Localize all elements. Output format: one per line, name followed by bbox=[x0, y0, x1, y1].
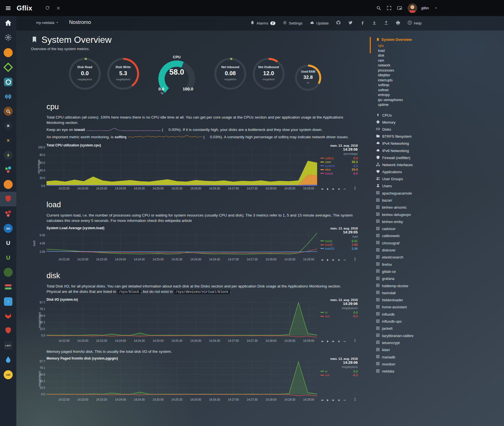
zoom-in-icon[interactable] bbox=[337, 398, 341, 403]
chart-system-cpu[interactable]: Total CPU utilization (system.cpu)percen… bbox=[31, 144, 361, 193]
search-icon[interactable] bbox=[376, 6, 381, 10]
pan-forward-icon[interactable] bbox=[332, 258, 335, 263]
username[interactable]: gilbn bbox=[421, 6, 429, 10]
menu-item-softnet[interactable]: softnet bbox=[376, 88, 504, 93]
menu-app-heimdall[interactable]: heimdall bbox=[376, 289, 504, 296]
legend-entry-iowait[interactable]: iowait0.0 bbox=[320, 171, 358, 175]
sidebar-item-app-jackett[interactable] bbox=[0, 104, 16, 119]
menu-item-ram[interactable]: ram bbox=[376, 58, 504, 63]
chart-canvas[interactable] bbox=[47, 230, 317, 257]
softirq-sparkline[interactable] bbox=[128, 135, 202, 140]
alarms-button[interactable]: Alarms2 bbox=[250, 21, 275, 26]
menu-section-ipv4-networking[interactable]: IPv4 Networking bbox=[376, 140, 504, 147]
menu-section-applications[interactable]: Applications bbox=[376, 168, 504, 175]
github-button[interactable] bbox=[336, 20, 341, 26]
close-icon[interactable] bbox=[56, 6, 60, 10]
refresh-icon[interactable] bbox=[45, 6, 50, 10]
menu-item-interrupts[interactable]: interrupts bbox=[376, 78, 504, 83]
iowait-sparkline[interactable] bbox=[86, 127, 161, 133]
menu-item-softirqs[interactable]: softirqs bbox=[376, 83, 504, 88]
pan-backward-icon[interactable] bbox=[320, 339, 324, 344]
menu-app-lidarr[interactable]: lidarr bbox=[376, 346, 504, 353]
menu-app-cadvisor[interactable]: cadvisor bbox=[376, 225, 504, 232]
zoom-in-icon[interactable] bbox=[337, 187, 341, 192]
menu-item-idlejitter[interactable]: idlejitter bbox=[376, 73, 504, 78]
gauge-net-outbound[interactable]: Net Outbound12.0megabits/s bbox=[253, 58, 285, 90]
help-button[interactable]: ?Help bbox=[408, 21, 422, 26]
menu-app-elasticsearch[interactable]: elasticsearch bbox=[376, 254, 504, 261]
menu-app-netdata[interactable]: netdata bbox=[376, 368, 504, 375]
menu-section-ipv6-networking[interactable]: IPv6 Networking bbox=[376, 147, 504, 154]
chart-system-load[interactable]: System Load Average (system.load)load6.0… bbox=[31, 227, 361, 264]
menu-app-grafana[interactable]: grafana bbox=[376, 275, 504, 282]
menu-app-chronograf[interactable]: chronograf bbox=[376, 240, 504, 247]
update-button[interactable]: Update bbox=[310, 21, 329, 26]
menu-item-uptime[interactable]: uptime bbox=[376, 102, 504, 108]
sidebar-item-app-orange-disc[interactable] bbox=[0, 177, 16, 192]
sidebar-item-app-deluge[interactable] bbox=[0, 265, 16, 280]
pan-forward-icon[interactable] bbox=[332, 339, 335, 344]
chart-canvas[interactable] bbox=[47, 302, 317, 338]
legend-entry-nice[interactable]: nice20.4 bbox=[320, 168, 358, 171]
menu-header-system-overview[interactable]: System Overview bbox=[376, 37, 504, 42]
gauge-net-inbound[interactable]: Net Inbound0.08megabits/s bbox=[214, 58, 246, 90]
chart-canvas[interactable] bbox=[47, 360, 317, 397]
sidebar-item-app-red-green-bars[interactable] bbox=[0, 280, 16, 294]
sidebar-item-app-teal-box[interactable] bbox=[0, 75, 16, 89]
pan-backward-icon[interactable] bbox=[320, 398, 324, 403]
play-icon[interactable] bbox=[326, 398, 329, 403]
legend-entry-in[interactable]: in0.0 bbox=[320, 311, 358, 315]
window-icon[interactable] bbox=[397, 6, 402, 10]
menu-item-load[interactable]: load bbox=[376, 48, 504, 53]
sidebar-item-app-u-white[interactable]: U bbox=[0, 236, 16, 250]
sidebar-item-app-orange-swirl[interactable] bbox=[0, 45, 16, 60]
sidebar-item-app-red-dots[interactable] bbox=[0, 206, 16, 221]
menu-app-diskover[interactable]: diskover bbox=[376, 247, 504, 254]
pan-backward-icon[interactable] bbox=[320, 187, 324, 192]
menu-item-ipc-semaphores[interactable]: ipc semaphores bbox=[376, 98, 504, 103]
print-button[interactable] bbox=[396, 21, 400, 26]
menu-item-processes[interactable]: processes bbox=[376, 68, 504, 73]
pan-backward-icon[interactable] bbox=[320, 258, 324, 263]
menu-app-home-assistant[interactable]: home-assistant bbox=[376, 304, 504, 311]
zoom-out-icon[interactable] bbox=[343, 398, 346, 403]
chart-system-pgpgio[interactable]: Memory Paged from/to disk (system.pgpgio… bbox=[31, 357, 361, 404]
legend-entry-load15[interactable]: load152.06 bbox=[320, 247, 358, 251]
sidebar-item-app-dark-x-orange[interactable]: × bbox=[0, 133, 16, 148]
sidebar-item-app-dark-x[interactable]: × bbox=[0, 119, 16, 133]
legend-entry-load5[interactable]: load52.68 bbox=[320, 243, 358, 247]
chart-system-io[interactable]: Disk I/O (system.io)megabytes/s97.778.15… bbox=[31, 298, 361, 345]
host-dropdown[interactable]: my-netdata bbox=[36, 21, 59, 25]
resize-handle-icon[interactable] bbox=[353, 186, 357, 191]
legend-entry-out[interactable]: out-5.3 bbox=[320, 314, 358, 318]
facebook-button[interactable] bbox=[360, 21, 365, 26]
menu-section-user-groups[interactable]: User Groups bbox=[376, 175, 504, 182]
menu-item-disk[interactable]: disk bbox=[376, 53, 504, 58]
menu-section-cpus[interactable]: CPUs bbox=[376, 112, 504, 119]
play-icon[interactable] bbox=[326, 258, 329, 263]
zoom-out-icon[interactable] bbox=[343, 339, 346, 344]
menu-app-lazylibrarian-calibre[interactable]: lazylibrarian-calibre bbox=[376, 332, 504, 339]
menu-app-calibreweb[interactable]: calibreweb bbox=[376, 232, 504, 239]
resize-handle-icon[interactable] bbox=[353, 397, 357, 402]
gauge-disk-write[interactable]: Disk Write5.3megabytes/s bbox=[107, 58, 139, 90]
menu-app-binhex-airsonic[interactable]: binhex-airsonic bbox=[376, 204, 504, 211]
pan-forward-icon[interactable] bbox=[332, 398, 335, 403]
download-button[interactable] bbox=[372, 21, 377, 26]
gauge-cpu[interactable]: CPU58.00.0100.0% bbox=[147, 55, 206, 95]
zoom-in-icon[interactable] bbox=[337, 258, 341, 263]
legend-entry-softirq[interactable]: softirq0.0 bbox=[320, 156, 358, 160]
menu-item-network[interactable]: network bbox=[376, 63, 504, 68]
zoom-out-icon[interactable] bbox=[343, 258, 346, 263]
legend-entry-load1[interactable]: load16.51 bbox=[320, 239, 358, 243]
sidebar-item-app-netdata[interactable] bbox=[0, 192, 16, 206]
sidebar-item-app-gitlab[interactable] bbox=[0, 309, 16, 324]
legend-entry-system[interactable]: system2.3 bbox=[320, 164, 358, 168]
pan-forward-icon[interactable] bbox=[332, 187, 335, 192]
menu-app-binhex-emby[interactable]: binhex-emby bbox=[376, 218, 504, 225]
sidebar-item-home[interactable] bbox=[0, 16, 16, 31]
menu-app-influxdb-ups[interactable]: influxdb-ups bbox=[376, 318, 504, 325]
menu-section-memory[interactable]: Memory bbox=[376, 119, 504, 126]
resize-handle-icon[interactable] bbox=[353, 338, 357, 344]
sidebar-item-settings[interactable] bbox=[0, 31, 16, 45]
